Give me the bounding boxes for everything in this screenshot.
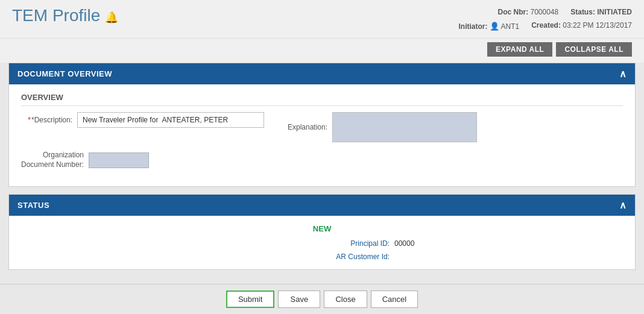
status-info: Status: INITIATED (570, 6, 632, 19)
explanation-textarea[interactable] (332, 112, 477, 142)
status-content: NEW Principal ID: 00000 AR Customer Id: (9, 216, 635, 269)
page-wrapper: TEM Profile 🔔 Doc Nbr: 7000048 Status: I… (0, 0, 644, 314)
status-new-label: NEW (21, 224, 623, 233)
doc-line-bottom: Initiator: 👤 ANT1 Created: 03:22 PM 12/1… (459, 19, 633, 34)
alert-icon: 🔔 (105, 11, 118, 24)
header-left: TEM Profile 🔔 (12, 6, 118, 25)
ar-customer-label: AR Customer Id: (323, 253, 390, 261)
footer: Submit Save Close Cancel (0, 284, 644, 314)
overview-subsection-title: OVERVIEW (21, 93, 623, 106)
status-section-header: STATUS ∧ (9, 195, 635, 216)
close-button[interactable]: Close (324, 290, 367, 308)
org-doc-number-input[interactable] (89, 152, 149, 168)
document-overview-chevron[interactable]: ∧ (619, 68, 627, 80)
status-section-title: STATUS (17, 201, 49, 210)
explanation-field: Explanation: (282, 112, 477, 142)
document-overview-body: OVERVIEW *Description: Explanation: (9, 84, 635, 186)
document-overview-header: DOCUMENT OVERVIEW ∧ (9, 63, 635, 84)
initiator-icon: 👤 (490, 22, 499, 31)
cancel-button[interactable]: Cancel (371, 290, 418, 308)
collapse-all-button[interactable]: COLLAPSE ALL (556, 42, 632, 57)
status-section: STATUS ∧ NEW Principal ID: 00000 AR Cust… (8, 194, 636, 270)
status-fields: Principal ID: 00000 AR Customer Id: (21, 239, 623, 261)
principal-id-row: Principal ID: 00000 (201, 239, 443, 248)
description-field: *Description: (21, 112, 264, 128)
doc-line-top: Doc Nbr: 7000048 Status: INITIATED (459, 6, 633, 19)
description-input[interactable] (77, 112, 264, 128)
org-doc-label: Organization Document Number: (21, 151, 84, 169)
status-section-chevron[interactable]: ∧ (619, 199, 627, 211)
ar-customer-row: AR Customer Id: (201, 253, 443, 261)
header-meta: Doc Nbr: 7000048 Status: INITIATED Initi… (459, 6, 633, 33)
document-overview-title: DOCUMENT OVERVIEW (17, 69, 112, 78)
description-row: *Description: Explanation: (21, 112, 623, 142)
created-info: Created: 03:22 PM 12/13/2017 (531, 19, 632, 34)
expand-all-button[interactable]: EXPAND ALL (487, 42, 552, 57)
principal-id-label: Principal ID: (323, 239, 390, 248)
page-title: TEM Profile (12, 6, 100, 25)
description-label: *Description: (21, 116, 72, 124)
principal-id-value: 00000 (394, 239, 443, 248)
document-overview-section: DOCUMENT OVERVIEW ∧ OVERVIEW *Descriptio… (8, 63, 636, 187)
save-button[interactable]: Save (278, 290, 320, 308)
initiator-info: Initiator: 👤 ANT1 (459, 19, 520, 34)
org-doc-row: Organization Document Number: (21, 151, 623, 169)
org-doc-field: Organization Document Number: (21, 151, 149, 169)
header: TEM Profile 🔔 Doc Nbr: 7000048 Status: I… (0, 0, 644, 39)
toolbar: EXPAND ALL COLLAPSE ALL (0, 39, 644, 63)
main-content: DOCUMENT OVERVIEW ∧ OVERVIEW *Descriptio… (0, 63, 644, 284)
explanation-label: Explanation: (282, 123, 327, 131)
doc-nbr-label: Doc Nbr: 7000048 (497, 6, 558, 19)
submit-button[interactable]: Submit (226, 290, 274, 308)
